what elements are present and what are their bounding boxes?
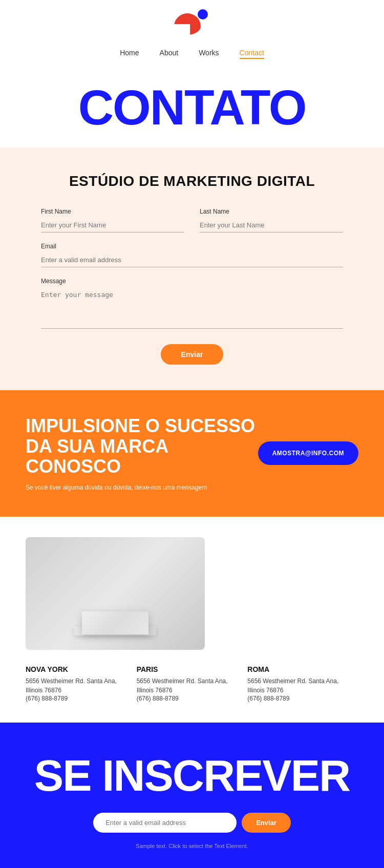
name-row: First Name Last Name xyxy=(41,208,343,232)
hero-section: CONTATO xyxy=(0,62,384,147)
cta-title: IMPULSIONE O SUCESSO DA SUA MARCA CONOSC… xyxy=(26,416,258,477)
email-input[interactable] xyxy=(41,253,343,267)
nav-links: Home About Works Contact xyxy=(120,48,264,57)
message-row: Message xyxy=(41,278,343,329)
message-textarea[interactable] xyxy=(41,288,343,329)
location-address-roma: 5656 Westheimer Rd. Santa Ana, Illinois … xyxy=(247,676,348,695)
nav-works[interactable]: Works xyxy=(199,49,219,57)
subscribe-section: SE INSCREVER Enviar Sample text. Click t… xyxy=(0,723,384,868)
last-name-input[interactable] xyxy=(200,218,343,232)
logo-shape xyxy=(174,13,201,35)
first-name-label: First Name xyxy=(41,208,184,215)
nav-contact[interactable]: Contact xyxy=(240,49,264,59)
location-roma: ROMA 5656 Westheimer Rd. Santa Ana, Illi… xyxy=(247,665,358,702)
cta-left: IMPULSIONE O SUCESSO DA SUA MARCA CONOSC… xyxy=(26,416,258,491)
email-group: Email xyxy=(41,243,343,267)
subscribe-title: SE INSCREVER xyxy=(20,753,364,797)
email-label: Email xyxy=(41,243,343,250)
locations-grid: NOVA YORK 5656 Westheimer Rd. Santa Ana,… xyxy=(26,665,358,702)
nav-about[interactable]: About xyxy=(160,49,179,57)
location-address-paris: 5656 Westheimer Rd. Santa Ana, Illinois … xyxy=(137,676,238,695)
logo-dot xyxy=(198,9,208,19)
hero-title: CONTATO xyxy=(10,83,374,132)
subscribe-button[interactable]: Enviar xyxy=(242,813,291,833)
submit-button[interactable]: Enviar xyxy=(161,344,224,365)
subscribe-email-input[interactable] xyxy=(93,813,237,833)
location-address-ny: 5656 Westheimer Rd. Santa Ana, Illinois … xyxy=(26,676,126,695)
location-phone-paris: (676) 888-8789 xyxy=(137,695,238,702)
message-group: Message xyxy=(41,278,343,329)
cta-subtitle: Se você tiver alguma dúvida ou dúvida, d… xyxy=(26,484,258,491)
first-name-input[interactable] xyxy=(41,218,184,232)
message-label: Message xyxy=(41,278,343,285)
submit-row: Enviar xyxy=(41,344,343,365)
location-name-roma: ROMA xyxy=(247,665,348,673)
location-phone-roma: (676) 888-8789 xyxy=(247,695,348,702)
location-name-paris: PARIS xyxy=(137,665,238,673)
navbar: Home About Works Contact xyxy=(0,0,384,62)
nav-home[interactable]: Home xyxy=(120,49,139,57)
last-name-group: Last Name xyxy=(200,208,343,232)
email-row: Email xyxy=(41,243,343,267)
contact-section: ESTÚDIO DE MARKETING DIGITAL First Name … xyxy=(0,147,384,390)
contact-subtitle: ESTÚDIO DE MARKETING DIGITAL xyxy=(41,173,343,189)
locations-section: NOVA YORK 5656 Westheimer Rd. Santa Ana,… xyxy=(0,517,384,723)
location-phone-ny: (676) 888-8789 xyxy=(26,695,126,702)
location-new-york: NOVA YORK 5656 Westheimer Rd. Santa Ana,… xyxy=(26,665,137,702)
contact-form: First Name Last Name Email Message Envia… xyxy=(41,208,343,365)
cta-section: IMPULSIONE O SUCESSO DA SUA MARCA CONOSC… xyxy=(0,390,384,517)
first-name-group: First Name xyxy=(41,208,184,232)
logo xyxy=(174,9,210,40)
subscribe-form: Enviar xyxy=(20,813,364,833)
cta-email-button[interactable]: AMOSTRA@INFO.COM xyxy=(258,441,358,465)
location-name-ny: NOVA YORK xyxy=(26,665,126,673)
subscribe-footer-text: Sample text. Click to select the Text El… xyxy=(20,843,364,849)
location-paris: PARIS 5656 Westheimer Rd. Santa Ana, Ill… xyxy=(137,665,248,702)
location-image xyxy=(26,537,205,650)
last-name-label: Last Name xyxy=(200,208,343,215)
